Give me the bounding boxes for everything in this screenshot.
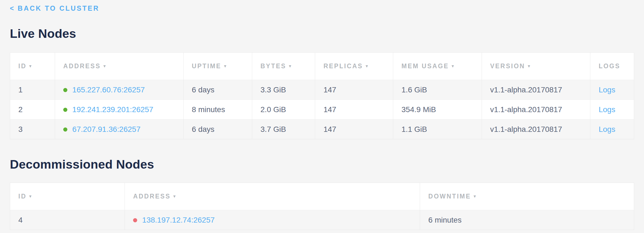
sort-arrow-icon: ▾ bbox=[366, 64, 369, 69]
column-header-label: ID bbox=[18, 193, 27, 200]
decommissioned-nodes-table: ID▾ Address▾ Downtime▾ 4 138.197.12.74:2… bbox=[10, 183, 634, 230]
node-bytes-cell: 2.0 GiB bbox=[252, 100, 315, 120]
node-replicas-cell: 147 bbox=[315, 100, 393, 120]
live-nodes-title: Live Nodes bbox=[10, 27, 634, 41]
sort-arrow-icon: ▾ bbox=[452, 64, 455, 69]
node-bytes-cell: 3.3 GiB bbox=[252, 80, 315, 100]
node-status-live-icon bbox=[63, 108, 67, 112]
node-address-cell: 67.207.91.36:26257 bbox=[55, 120, 183, 139]
column-header-label: Logs bbox=[599, 62, 620, 70]
column-header-label: Address bbox=[63, 62, 101, 70]
column-header-downtime[interactable]: Downtime▾ bbox=[420, 183, 634, 210]
node-status-decommissioned-icon bbox=[133, 218, 137, 222]
node-version-cell: v1.1-alpha.20170817 bbox=[482, 120, 590, 139]
table-row: 3 67.207.91.36:26257 6 days 3.7 GiB 147 … bbox=[10, 120, 634, 139]
node-address-cell: 138.197.12.74:26257 bbox=[125, 210, 420, 230]
sort-arrow-icon: ▾ bbox=[528, 64, 531, 69]
node-logs-link[interactable]: Logs bbox=[599, 125, 615, 133]
live-nodes-table: ID▾ Address▾ Uptime▾ Bytes▾ Replicas▾ Me… bbox=[10, 52, 634, 139]
node-version-cell: v1.1-alpha.20170817 bbox=[482, 80, 590, 100]
node-replicas-cell: 147 bbox=[315, 120, 393, 139]
decommissioned-nodes-header-row: ID▾ Address▾ Downtime▾ bbox=[10, 183, 634, 210]
back-to-cluster-link[interactable]: < Back to Cluster bbox=[10, 4, 99, 12]
column-header-version[interactable]: Version▾ bbox=[482, 53, 590, 80]
decommissioned-nodes-title: Decommissioned Nodes bbox=[10, 157, 634, 172]
node-id-cell: 2 bbox=[10, 100, 55, 120]
node-uptime-cell: 6 days bbox=[183, 80, 252, 100]
node-mem-usage-cell: 1.1 GiB bbox=[393, 120, 482, 139]
column-header-address[interactable]: Address▾ bbox=[125, 183, 420, 210]
column-header-label: Downtime bbox=[428, 193, 471, 200]
sort-arrow-icon: ▾ bbox=[224, 64, 227, 69]
node-id-cell: 3 bbox=[10, 120, 55, 139]
node-logs-link[interactable]: Logs bbox=[599, 105, 615, 114]
column-header-bytes[interactable]: Bytes▾ bbox=[252, 53, 315, 80]
node-address-cell: 165.227.60.76:26257 bbox=[55, 80, 183, 100]
column-header-label: Bytes bbox=[260, 62, 286, 70]
node-uptime-cell: 6 days bbox=[183, 120, 252, 139]
node-status-live-icon bbox=[63, 127, 67, 132]
node-logs-cell: Logs bbox=[590, 80, 634, 100]
node-address-link[interactable]: 138.197.12.74:26257 bbox=[142, 216, 215, 224]
node-logs-cell: Logs bbox=[590, 100, 634, 120]
node-status-live-icon bbox=[63, 88, 67, 92]
back-link-label: Back to Cluster bbox=[18, 4, 99, 12]
table-row: 4 138.197.12.74:26257 6 minutes bbox=[10, 210, 634, 230]
column-header-address[interactable]: Address▾ bbox=[55, 53, 183, 80]
node-version-cell: v1.1-alpha.20170817 bbox=[482, 100, 590, 120]
node-address-link[interactable]: 165.227.60.76:26257 bbox=[72, 86, 145, 94]
sort-arrow-icon: ▾ bbox=[29, 64, 32, 69]
node-downtime-cell: 6 minutes bbox=[420, 210, 634, 230]
sort-arrow-icon: ▾ bbox=[104, 64, 107, 69]
live-nodes-header-row: ID▾ Address▾ Uptime▾ Bytes▾ Replicas▾ Me… bbox=[10, 53, 634, 80]
node-uptime-cell: 8 minutes bbox=[183, 100, 252, 120]
column-header-replicas[interactable]: Replicas▾ bbox=[315, 53, 393, 80]
column-header-label: Replicas bbox=[323, 62, 363, 70]
column-header-logs: Logs bbox=[590, 53, 634, 80]
column-header-id[interactable]: ID▾ bbox=[10, 183, 125, 210]
table-row: 1 165.227.60.76:26257 6 days 3.3 GiB 147… bbox=[10, 80, 634, 100]
node-id-cell: 1 bbox=[10, 80, 55, 100]
column-header-label: Mem Usage bbox=[401, 62, 449, 70]
node-address-link[interactable]: 192.241.239.201:26257 bbox=[72, 105, 153, 114]
node-mem-usage-cell: 354.9 MiB bbox=[393, 100, 482, 120]
column-header-label: ID bbox=[18, 62, 27, 70]
column-header-label: Address bbox=[133, 193, 171, 200]
column-header-label: Version bbox=[490, 62, 525, 70]
sort-arrow-icon: ▾ bbox=[173, 194, 176, 199]
chevron-left-icon: < bbox=[10, 4, 14, 12]
nodes-page: < Back to Cluster Live Nodes ID▾ Address… bbox=[0, 0, 644, 230]
node-mem-usage-cell: 1.6 GiB bbox=[393, 80, 482, 100]
sort-arrow-icon: ▾ bbox=[474, 194, 477, 199]
sort-arrow-icon: ▾ bbox=[289, 64, 292, 69]
node-replicas-cell: 147 bbox=[315, 80, 393, 100]
column-header-id[interactable]: ID▾ bbox=[10, 53, 55, 80]
node-logs-link[interactable]: Logs bbox=[599, 86, 615, 94]
table-row: 2 192.241.239.201:26257 8 minutes 2.0 Gi… bbox=[10, 100, 634, 120]
node-id-cell: 4 bbox=[10, 210, 125, 230]
node-address-cell: 192.241.239.201:26257 bbox=[55, 100, 183, 120]
sort-arrow-icon: ▾ bbox=[29, 194, 32, 199]
node-bytes-cell: 3.7 GiB bbox=[252, 120, 315, 139]
column-header-uptime[interactable]: Uptime▾ bbox=[183, 53, 252, 80]
column-header-mem-usage[interactable]: Mem Usage▾ bbox=[393, 53, 482, 80]
node-address-link[interactable]: 67.207.91.36:26257 bbox=[72, 125, 140, 133]
node-logs-cell: Logs bbox=[590, 120, 634, 139]
column-header-label: Uptime bbox=[192, 62, 222, 70]
